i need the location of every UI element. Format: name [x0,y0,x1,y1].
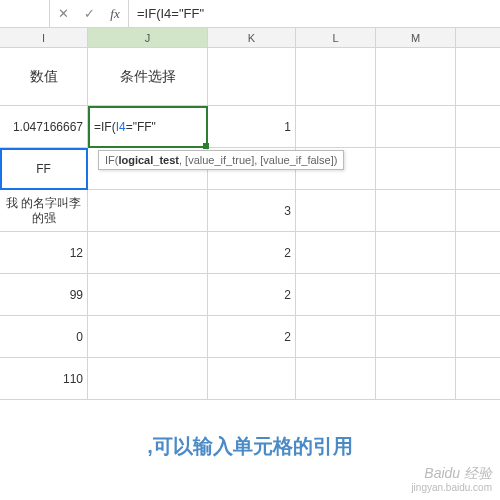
cell[interactable] [208,48,296,105]
spreadsheet-grid: I J K L M 数值 条件选择 1.047166667 1 FF 我 [0,28,500,400]
watermark-brand: Baidu 经验 [411,465,492,482]
cell[interactable]: 99 [0,274,88,315]
table-row: 12 2 [0,232,500,274]
cell[interactable] [296,274,376,315]
name-box[interactable] [0,0,50,27]
formula-suffix: ="FF" [126,120,156,134]
cell[interactable]: 0 [0,316,88,357]
cell[interactable] [376,316,456,357]
cell[interactable] [376,232,456,273]
formula-input[interactable]: =IF(I4="FF" [129,0,500,27]
caption-text: ,可以输入单元格的引用 [147,433,353,460]
cell[interactable] [376,190,456,231]
fill-handle[interactable] [203,143,209,149]
col-header-j[interactable]: J [88,28,208,47]
cell[interactable] [296,190,376,231]
col-header-l[interactable]: L [296,28,376,47]
tooltip-arg-bold: logical_test [118,154,179,166]
cell[interactable] [376,106,456,147]
formula-bar: ✕ ✓ fx =IF(I4="FF" [0,0,500,28]
cell[interactable]: 3 [208,190,296,231]
cell[interactable] [88,232,208,273]
confirm-icon[interactable]: ✓ [80,5,98,23]
tooltip-fn: IF [105,154,115,166]
formula-tooltip: IF(logical_test, [value_if_true], [value… [98,150,344,170]
cell[interactable] [296,232,376,273]
cell[interactable]: 12 [0,232,88,273]
cell[interactable] [296,316,376,357]
cell[interactable] [376,274,456,315]
cell[interactable] [208,358,296,399]
cell[interactable] [376,358,456,399]
col-header-i[interactable]: I [0,28,88,47]
cell[interactable]: 我 的名字叫李的强 [0,190,88,231]
header-cell-condition[interactable]: 条件选择 [88,48,208,105]
cell[interactable]: 1.047166667 [0,106,88,147]
cell[interactable] [296,48,376,105]
col-header-m[interactable]: M [376,28,456,47]
cell[interactable]: 110 [0,358,88,399]
cell[interactable] [88,316,208,357]
cell[interactable]: 2 [208,232,296,273]
active-cell-editor[interactable]: =IF(I4="FF" [88,106,208,148]
table-row: 我 的名字叫李的强 3 [0,190,500,232]
watermark: Baidu 经验 jingyan.baidu.com [411,465,492,494]
cell[interactable]: 1 [208,106,296,147]
fx-icon[interactable]: fx [106,5,124,23]
formula-prefix: =IF( [94,120,116,134]
table-row: 1.047166667 1 [0,106,500,148]
col-header-k[interactable]: K [208,28,296,47]
cell[interactable] [296,106,376,147]
table-row: 99 2 [0,274,500,316]
cell[interactable] [88,274,208,315]
header-cell-value[interactable]: 数值 [0,48,88,105]
table-row: 数值 条件选择 [0,48,500,106]
column-headers: I J K L M [0,28,500,48]
cell[interactable]: 2 [208,316,296,357]
cell[interactable] [88,358,208,399]
table-row: 0 2 [0,316,500,358]
cell[interactable] [296,358,376,399]
table-row: 110 [0,358,500,400]
watermark-url: jingyan.baidu.com [411,482,492,494]
cell[interactable]: 2 [208,274,296,315]
cell[interactable] [376,48,456,105]
cell[interactable] [376,148,456,189]
cell[interactable]: FF [0,148,88,189]
cell[interactable] [88,190,208,231]
cancel-icon[interactable]: ✕ [54,5,72,23]
cell-reference: I4 [116,120,126,134]
